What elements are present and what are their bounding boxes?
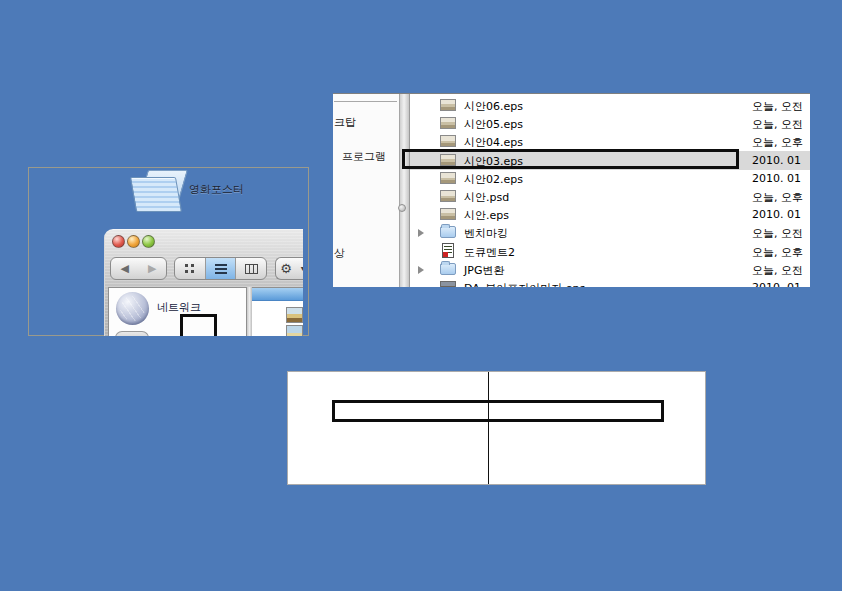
file-name: 시안.eps	[464, 208, 509, 223]
minimize-button[interactable]	[127, 235, 140, 248]
hard-disk-icon	[115, 331, 149, 336]
sidebar-item-programs[interactable]: 프로그램	[342, 149, 386, 164]
file-date: 2010. 01	[752, 172, 801, 185]
column-view-button[interactable]	[235, 258, 266, 279]
chevron-down-icon: ▾	[301, 265, 303, 273]
table-row[interactable]: 시안05.eps 오늘, 오전	[410, 114, 810, 133]
layout-diagram-canvas	[287, 371, 706, 485]
gear-icon: ⚙	[280, 262, 292, 275]
file-date: 2010. 01	[752, 208, 801, 221]
back-button[interactable]: ◀	[121, 263, 129, 274]
list-view-button[interactable]	[205, 258, 236, 279]
movie-poster-folder-label: 영화포스터	[189, 182, 244, 197]
file-name: 시안05.eps	[464, 117, 523, 132]
annotation-rect-banner-area	[332, 400, 664, 422]
disclosure-triangle-icon[interactable]	[418, 266, 424, 274]
file-icon	[440, 226, 456, 238]
file-date: 2010. 01	[752, 281, 801, 287]
action-gear-button[interactable]: ⚙ ▾	[275, 257, 303, 280]
file-date: 오늘, 오전	[752, 226, 803, 241]
file-rows-container: 시안06.eps 오늘, 오전 시안05.eps 오늘, 오전 시안04.eps…	[410, 94, 810, 287]
file-icon	[440, 263, 456, 275]
file-date: 오늘, 오전	[752, 117, 803, 132]
file-icon	[440, 208, 456, 220]
icon-view-button[interactable]	[175, 258, 205, 279]
column-header-bar	[252, 288, 303, 301]
table-row[interactable]: 시안02.eps 2010. 01	[410, 169, 810, 188]
column-view-icon	[245, 264, 258, 274]
sidebar-section-divider	[334, 101, 397, 102]
file-date: 오늘, 오후	[752, 245, 803, 260]
grid-view-icon	[185, 264, 194, 273]
file-name: 벤치마킹	[464, 226, 508, 241]
file-icon	[440, 190, 456, 202]
photo-thumbnail	[286, 325, 303, 336]
finder-sidebar: 네트워크	[108, 287, 247, 336]
table-row[interactable]: 시안06.eps 오늘, 오전	[410, 96, 810, 115]
sidebar-item-network[interactable]: 네트워크	[157, 300, 201, 315]
network-globe-icon	[116, 292, 149, 325]
table-row[interactable]: DA_불어표지이미지.eps 2010. 01	[410, 278, 810, 287]
splitter-knob[interactable]	[398, 204, 406, 212]
file-icon	[440, 172, 456, 184]
file-name: 시안.psd	[464, 190, 509, 205]
file-date: 오늘, 오후	[752, 190, 803, 205]
file-list-panel: 크탑 프로그램 상 시안06.eps 오늘, 오전 시안05.eps 오늘, 오…	[333, 93, 810, 287]
file-icon	[440, 99, 456, 111]
table-row[interactable]: 도큐멘트2 오늘, 오후	[410, 242, 810, 261]
photo-thumbnail	[286, 307, 303, 323]
movie-poster-folder-icon[interactable]	[133, 170, 185, 212]
folder-front	[130, 177, 182, 212]
annotation-rect-selected-file	[402, 149, 739, 169]
file-date: 오늘, 오후	[752, 135, 803, 150]
desktop-screenshot-fragment: 영화포스터 ◀ ▶ ⚙ ▾	[28, 167, 309, 336]
file-name: 시안02.eps	[464, 172, 523, 187]
file-name: JPG변환	[464, 263, 504, 278]
annotation-rect-back-button	[180, 314, 217, 336]
finder-window-fragment: ◀ ▶ ⚙ ▾ 네트워크	[104, 229, 303, 336]
table-row[interactable]: 시안.psd 오늘, 오후	[410, 187, 810, 206]
table-row[interactable]: 벤치마킹 오늘, 오전	[410, 223, 810, 242]
panel-sidebar: 크탑 프로그램 상	[333, 94, 399, 287]
table-row[interactable]: JPG변환 오늘, 오전	[410, 260, 810, 279]
disclosure-triangle-icon[interactable]	[418, 229, 424, 237]
file-date: 2010. 01	[752, 154, 801, 167]
file-name: DA_불어표지이미지.eps	[464, 281, 585, 287]
view-mode-segmented-control	[174, 257, 267, 280]
list-view-icon	[215, 264, 227, 274]
sidebar-splitter[interactable]	[399, 94, 410, 287]
diagram-center-fold-line	[488, 372, 489, 484]
window-traffic-lights	[112, 235, 155, 248]
sidebar-item-partial[interactable]: 상	[334, 246, 345, 261]
close-button[interactable]	[112, 235, 125, 248]
file-icon	[440, 117, 456, 129]
zoom-button[interactable]	[142, 235, 155, 248]
forward-button[interactable]: ▶	[148, 263, 156, 274]
file-date: 오늘, 오전	[752, 99, 803, 114]
file-name: 도큐멘트2	[464, 245, 515, 260]
file-icon	[440, 135, 456, 147]
sidebar-item-desktop[interactable]: 크탑	[334, 115, 356, 130]
finder-file-column	[252, 287, 303, 336]
file-icon	[442, 243, 454, 258]
file-name: 시안06.eps	[464, 99, 523, 114]
bottom-white-strip	[0, 591, 842, 595]
file-icon	[440, 281, 456, 287]
nav-button-group: ◀ ▶	[110, 257, 167, 280]
file-date: 오늘, 오전	[752, 263, 803, 278]
table-row[interactable]: 시안.eps 2010. 01	[410, 205, 810, 224]
